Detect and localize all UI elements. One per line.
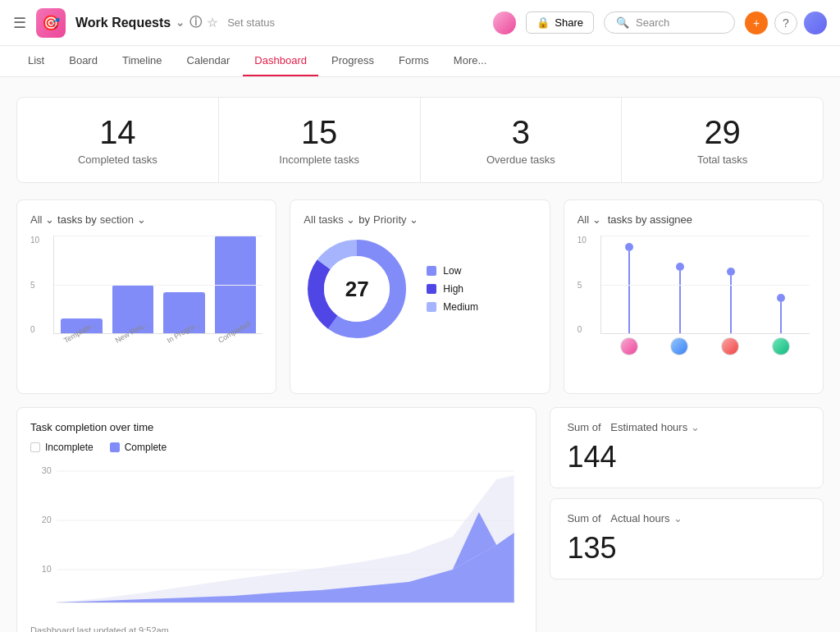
chart-priority-header: All tasks ⌄ by Priority ⌄	[304, 213, 536, 226]
legend-medium: Medium	[427, 301, 478, 313]
tab-calendar[interactable]: Calendar	[176, 46, 242, 76]
tab-dashboard[interactable]: Dashboard	[243, 46, 318, 76]
assignee-y-axis: 10 5 0	[578, 236, 587, 334]
total-label: Total tasks	[641, 153, 803, 166]
tab-list[interactable]: List	[16, 46, 56, 76]
completion-legend: Incomplete Complete	[30, 442, 523, 453]
search-icon: 🔍	[616, 16, 629, 29]
tab-forms[interactable]: Forms	[387, 46, 441, 76]
medium-color	[427, 302, 436, 312]
chart-assignee-header: All ⌄ tasks by assignee	[578, 213, 810, 226]
star-icon[interactable]: ☆	[207, 16, 217, 30]
chart-by-priority: All tasks ⌄ by Priority ⌄ 27	[290, 199, 550, 394]
donut-chart: 27	[304, 236, 410, 342]
tab-progress[interactable]: Progress	[320, 46, 386, 76]
add-button[interactable]: +	[745, 11, 768, 34]
stats-row: 14 Completed tasks 15 Incomplete tasks 3…	[16, 97, 824, 183]
complete-legend-label: Complete	[125, 442, 167, 453]
info-icon[interactable]: ⓘ	[189, 15, 202, 30]
project-title: Work Requests ⌄ ⓘ ☆	[75, 15, 217, 30]
actual-dropdown-icon[interactable]: ⌄	[673, 512, 682, 524]
low-color	[427, 266, 436, 276]
search-placeholder: Search	[636, 16, 669, 29]
user-avatar-topbar	[493, 11, 516, 34]
title-dropdown-icon[interactable]: ⌄	[176, 16, 185, 29]
priority-legend: Low High Medium	[427, 265, 478, 313]
lollipop-1	[611, 243, 649, 333]
assignee-bars	[600, 236, 810, 334]
lock-icon: 🔒	[536, 16, 550, 29]
overdue-number: 3	[441, 114, 602, 150]
overdue-label: Overdue tasks	[441, 153, 602, 166]
incomplete-legend-box	[30, 442, 40, 452]
main-content: 14 Completed tasks 15 Incomplete tasks 3…	[0, 77, 840, 632]
estimated-hours-value: 144	[567, 440, 806, 474]
task-completion-title: Task completion over time	[30, 421, 523, 433]
total-number: 29	[641, 114, 803, 150]
section-filter-section[interactable]: section ⌄	[100, 213, 146, 226]
assignee-avatar-3	[721, 337, 739, 355]
bottom-row: Task completion over time Incomplete Com…	[16, 407, 824, 632]
section-bar-labels: Template... New Req... In Progre... Comp…	[53, 334, 262, 347]
share-label: Share	[555, 16, 583, 29]
svg-text:30: 30	[42, 466, 52, 475]
priority-filter-priority[interactable]: Priority ⌄	[373, 213, 418, 226]
share-button[interactable]: 🔒 Share	[526, 11, 594, 34]
legend-high: High	[427, 283, 478, 295]
priority-filter-all[interactable]: All tasks ⌄	[304, 213, 355, 226]
completed-label: Completed tasks	[37, 153, 199, 166]
assignee-avatar-4	[772, 337, 790, 355]
stat-completed: 14 Completed tasks	[17, 98, 219, 182]
sum-actual-label: Sum of Actual hours ⌄	[567, 512, 806, 524]
search-box[interactable]: 🔍 Search	[604, 11, 735, 34]
assignee-filter-all[interactable]: All ⌄	[578, 213, 601, 226]
project-name: Work Requests	[75, 16, 171, 30]
tab-board[interactable]: Board	[57, 46, 109, 76]
hamburger-menu[interactable]: ☰	[13, 14, 26, 32]
legend-low: Low	[427, 265, 478, 277]
tab-timeline[interactable]: Timeline	[111, 46, 174, 76]
area-chart-wrapper: 30 20 10	[30, 463, 523, 619]
set-status-btn[interactable]: Set status	[227, 16, 275, 29]
stat-incomplete: 15 Incomplete tasks	[219, 98, 421, 182]
estimated-dropdown-icon[interactable]: ⌄	[691, 421, 700, 433]
stat-total: 29 Total tasks	[622, 98, 823, 182]
assignee-avatar-1	[620, 337, 638, 355]
chart-timestamp: Dashboard last updated at 9:52am.	[30, 625, 523, 632]
profile-avatar[interactable]	[804, 11, 827, 34]
sum-actual-hours-card: Sum of Actual hours ⌄ 135	[550, 498, 824, 579]
section-filter-all[interactable]: All ⌄	[30, 213, 54, 226]
section-y-axis: 10 5 0	[30, 236, 39, 334]
charts-row: All ⌄ tasks by section ⌄ 10 5 0	[16, 199, 824, 394]
sum-estimated-hours-card: Sum of Estimated hours ⌄ 144	[550, 407, 824, 488]
assignee-chart-area: 10 5 0	[578, 236, 810, 380]
lollipop-2	[661, 263, 699, 333]
estimated-field-name: Estimated hours	[610, 421, 687, 433]
actual-field-name: Actual hours	[610, 512, 669, 524]
stat-overdue: 3 Overdue tasks	[421, 98, 623, 182]
sum-estimated-label: Sum of Estimated hours ⌄	[567, 421, 806, 433]
svg-text:20: 20	[42, 515, 52, 524]
donut-total: 27	[345, 277, 369, 302]
actual-hours-value: 135	[567, 531, 806, 566]
incomplete-number: 15	[239, 114, 400, 150]
assignee-avatar-2	[670, 337, 688, 355]
area-chart-svg: 30 20 10	[30, 463, 523, 619]
assignee-avatars	[600, 334, 810, 355]
section-bars-area	[53, 236, 262, 334]
lollipop-3	[712, 268, 750, 333]
chart-by-assignee: All ⌄ tasks by assignee 10 5 0	[564, 199, 824, 394]
lollipop-4	[762, 294, 800, 333]
legend-complete-item: Complete	[110, 442, 167, 453]
help-button[interactable]: ?	[774, 11, 797, 34]
tab-more[interactable]: More...	[442, 46, 498, 76]
task-completion-card: Task completion over time Incomplete Com…	[16, 407, 536, 632]
svg-text:10: 10	[42, 565, 52, 574]
incomplete-label: Incomplete tasks	[239, 153, 400, 166]
donut-area: 27 Low High Medium	[304, 236, 536, 342]
tab-navigation: List Board Timeline Calendar Dashboard P…	[0, 46, 840, 77]
completed-number: 14	[37, 114, 199, 150]
sum-cards: Sum of Estimated hours ⌄ 144 Sum of Actu…	[550, 407, 824, 632]
chart-by-section: All ⌄ tasks by section ⌄ 10 5 0	[16, 199, 276, 394]
topbar: ☰ 🎯 Work Requests ⌄ ⓘ ☆ Set status 🔒 Sha…	[0, 0, 840, 46]
